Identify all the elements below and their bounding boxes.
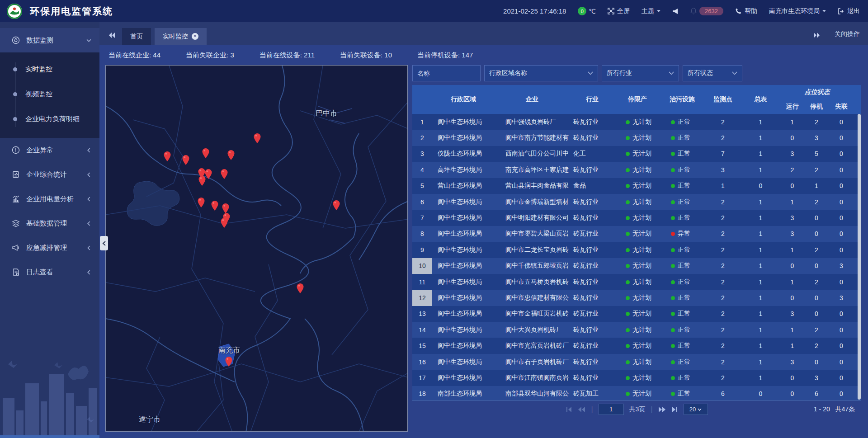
theme-dropdown[interactable]: 主题 bbox=[642, 7, 660, 15]
map-marker-icon[interactable] bbox=[225, 356, 233, 367]
next-page-button[interactable] bbox=[658, 406, 666, 413]
table-row[interactable]: 18南部生态环境局南部县双华山河有限公砖瓦加工无计划正常60060 bbox=[412, 386, 861, 400]
col-header-industry: 行业 bbox=[570, 85, 615, 114]
cell-industry: 食品 bbox=[570, 182, 615, 190]
map-marker-icon[interactable] bbox=[227, 150, 235, 160]
table-row[interactable]: 14阆中生态环境局阆中大兴页岩机砖厂砖瓦行业无计划正常21120 bbox=[412, 322, 861, 338]
name-filter-input[interactable] bbox=[412, 65, 481, 81]
cell-industry: 砖瓦行业 bbox=[570, 230, 615, 238]
status-dot-icon bbox=[626, 120, 630, 124]
map-marker-icon[interactable] bbox=[296, 283, 304, 294]
page-number-input[interactable] bbox=[599, 404, 624, 415]
logout-button[interactable]: 退出 bbox=[838, 7, 860, 15]
cell-industry: 砖瓦行业 bbox=[570, 294, 615, 302]
page-size-select[interactable]: 20 bbox=[684, 404, 708, 415]
map-marker-icon[interactable] bbox=[197, 197, 205, 208]
sidebar-group-5[interactable]: 应急减排管理 bbox=[0, 235, 99, 260]
table-row[interactable]: 13阆中生态环境局阆中市金福旺页岩机砖砖瓦行业无计划正常21300 bbox=[412, 306, 861, 322]
sidebar-item-0-2[interactable]: 企业电力负荷明细 bbox=[0, 107, 99, 132]
map-marker-icon[interactable] bbox=[332, 200, 340, 211]
sidebar-item-0-1[interactable]: 视频监控 bbox=[0, 82, 99, 107]
cell-monitor-points: 2 bbox=[704, 326, 741, 334]
previous-page-button[interactable] bbox=[578, 406, 585, 413]
map-marker-icon[interactable] bbox=[202, 148, 210, 159]
sidebar-collapse-button[interactable] bbox=[100, 236, 108, 250]
table-row[interactable]: 9阆中生态环境局阆中市二龙长宝页岩砖砖瓦行业无计划正常21120 bbox=[412, 242, 861, 258]
map-marker-icon[interactable] bbox=[220, 169, 228, 179]
close-operations-button[interactable]: 关闭操作 bbox=[835, 30, 860, 38]
tab-0[interactable]: 首页 bbox=[122, 28, 151, 45]
status-dot-icon bbox=[626, 376, 630, 380]
first-page-button[interactable] bbox=[566, 406, 572, 413]
sidebar-group-4[interactable]: 基础数据管理 bbox=[0, 211, 99, 235]
table-row[interactable]: 12阆中生态环境局阆中市忠信建材有限公砖瓦行业无计划正常21003 bbox=[412, 290, 861, 306]
table-row[interactable]: 2阆中生态环境局阆中市南方节能建材有砖瓦行业无计划正常21030 bbox=[412, 130, 861, 146]
cell-total-meters: 1 bbox=[741, 230, 780, 237]
map-marker-icon[interactable] bbox=[211, 200, 219, 211]
region-filter-select[interactable]: 行政区域名称 bbox=[484, 65, 598, 81]
table-row[interactable]: 11阆中生态环境局阆中市五马桥页岩机砖砖瓦行业无计划正常21120 bbox=[412, 274, 861, 290]
bell-icon bbox=[690, 8, 697, 14]
notifications-button[interactable]: 2632 bbox=[690, 7, 723, 15]
status-dot-icon bbox=[626, 312, 630, 316]
cell-total-meters: 1 bbox=[741, 326, 780, 334]
cell-industry: 砖瓦行业 bbox=[570, 374, 615, 382]
cell-monitor-points: 2 bbox=[704, 134, 741, 141]
tab-1[interactable]: 实时监控✕ bbox=[155, 28, 207, 45]
cell-facility-status: 正常 bbox=[660, 166, 704, 174]
chevron-left-icon bbox=[102, 241, 106, 246]
sidebar-group-label: 企业异常 bbox=[26, 146, 86, 155]
sidebar-group-3[interactable]: 企业用电量分析 bbox=[0, 187, 99, 211]
table-row[interactable]: 7阆中生态环境局阆中明阳建材有限公司砖瓦行业无计划正常21300 bbox=[412, 210, 861, 226]
table-row[interactable]: 1阆中生态环境局阆中强锐页岩砖厂砖瓦行业无计划正常21120 bbox=[412, 114, 861, 130]
map-marker-icon[interactable] bbox=[163, 151, 171, 162]
table-row[interactable]: 6阆中生态环境局阆中市金博瑞新型墙材砖瓦行业无计划正常21120 bbox=[412, 194, 861, 210]
sidebar-group-1[interactable]: 企业异常 bbox=[0, 138, 99, 162]
status-filter-select[interactable]: 所有状态 bbox=[683, 65, 742, 81]
map-panel[interactable]: 巴中市南充市遂宁市 bbox=[105, 65, 408, 432]
table-row[interactable]: 15阆中生态环境局阆中市光富页岩机砖厂砖瓦行业无计划正常21120 bbox=[412, 338, 861, 353]
tabs-scroll-right-button[interactable] bbox=[813, 32, 820, 40]
cell-region: 阆中生态环境局 bbox=[432, 198, 495, 206]
table-row[interactable]: 5营山生态环境局营山县润丰肉食品有限食品无计划正常10010 bbox=[412, 178, 861, 194]
table-row[interactable]: 4高坪生态环境局南充市高坪区王家店建砖瓦行业无计划正常31220 bbox=[412, 162, 861, 178]
cell-region: 阆中生态环境局 bbox=[432, 262, 495, 270]
table-row[interactable]: 3仪陇生态环境局西南油气田分公司川中化工无计划正常71350 bbox=[412, 146, 861, 162]
last-page-button[interactable] bbox=[671, 406, 678, 413]
monitoring-table-panel: 行政区域名称 所有行业 所有状态 bbox=[412, 65, 861, 418]
chevron-down-icon bbox=[657, 10, 660, 12]
help-button[interactable]: 帮助 bbox=[735, 7, 757, 15]
sound-toggle-button[interactable] bbox=[672, 8, 679, 14]
cell-offline: 0 bbox=[828, 182, 854, 189]
cell-facility-status: 正常 bbox=[660, 342, 704, 350]
table-scrollbar[interactable] bbox=[858, 114, 861, 400]
org-dropdown[interactable]: 南充市生态环境局 bbox=[769, 7, 826, 15]
table-row[interactable]: 8阆中生态环境局阆中市枣碧大梁山页岩砖瓦行业无计划异常21300 bbox=[412, 226, 861, 242]
table-row[interactable]: 16阆中生态环境局阆中市石子页岩机砖厂砖瓦行业无计划正常21300 bbox=[412, 354, 861, 370]
tabs-scroll-left-button[interactable] bbox=[108, 32, 116, 40]
sidebar-item-0-0[interactable]: 实时监控 bbox=[0, 57, 99, 82]
status-dot-icon bbox=[626, 168, 630, 172]
map-marker-icon[interactable] bbox=[198, 175, 206, 186]
fullscreen-button[interactable]: 全屏 bbox=[608, 7, 630, 15]
cell-region: 阆中生态环境局 bbox=[432, 134, 495, 142]
sidebar-group-6[interactable]: 日志查看 bbox=[0, 260, 99, 284]
cell-index: 12 bbox=[412, 290, 432, 306]
sidebar-group-2[interactable]: 企业综合统计 bbox=[0, 162, 99, 187]
sidebar-group-0[interactable]: 数据监测 bbox=[0, 28, 99, 52]
table-row[interactable]: 17阆中生态环境局阆中市江南镇阆南页岩砖瓦行业无计划正常21030 bbox=[412, 370, 861, 386]
cell-running: 3 bbox=[780, 310, 805, 317]
layers-icon bbox=[12, 219, 20, 227]
map-marker-icon[interactable] bbox=[220, 217, 228, 228]
cell-region: 阆中生态环境局 bbox=[432, 358, 495, 366]
industry-filter-select[interactable]: 所有行业 bbox=[602, 65, 679, 81]
cell-monitor-points: 2 bbox=[704, 358, 741, 366]
map-marker-icon[interactable] bbox=[182, 155, 190, 165]
status-dot-icon bbox=[626, 280, 630, 284]
cell-offline: 0 bbox=[828, 150, 854, 157]
cell-company: 阆中市光富页岩机砖厂 bbox=[495, 342, 570, 350]
table-row[interactable]: 10阆中生态环境局阆中千佛镇五郎垭页岩砖瓦行业无计划正常21003 bbox=[412, 258, 861, 274]
map-marker-icon[interactable] bbox=[253, 133, 261, 144]
tab-close-icon[interactable]: ✕ bbox=[192, 33, 198, 40]
cell-stopped: 3 bbox=[805, 374, 828, 381]
